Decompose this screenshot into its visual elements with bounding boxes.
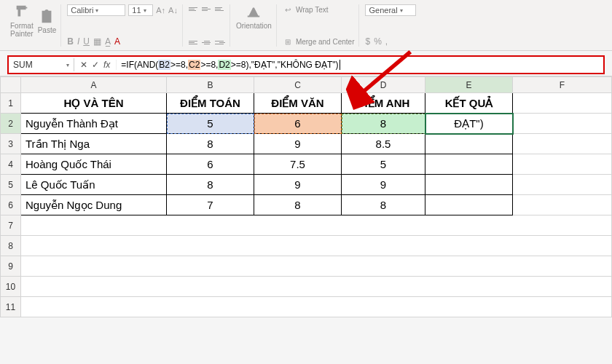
col-header[interactable]: B bbox=[167, 77, 254, 93]
row-header[interactable]: 1 bbox=[1, 93, 21, 114]
currency-icon[interactable]: $ bbox=[365, 36, 370, 47]
cell-d2[interactable]: 8 bbox=[342, 114, 425, 134]
cell[interactable]: Hoàng Quốc Thái bbox=[21, 154, 167, 175]
border-button[interactable]: ▦ bbox=[93, 36, 101, 47]
align-center-icon[interactable] bbox=[202, 38, 212, 47]
name-box[interactable]: SUM ▾ bbox=[9, 58, 74, 71]
format-painter-button[interactable]: Format Painter bbox=[10, 4, 34, 38]
cell[interactable]: 5 bbox=[342, 154, 425, 175]
row-header[interactable]: 3 bbox=[1, 134, 21, 154]
chevron-down-icon: ▾ bbox=[144, 7, 146, 14]
number-format-select[interactable]: General▾ bbox=[365, 4, 416, 16]
formula-text: >=8, bbox=[170, 60, 188, 70]
spreadsheet-grid[interactable]: A B C D E F 1 HỌ VÀ TÊN ĐIỂM TOÁN ĐIỂM V… bbox=[0, 76, 612, 317]
accept-formula-button[interactable]: ✓ bbox=[92, 60, 99, 70]
row-header[interactable]: 9 bbox=[1, 256, 21, 277]
cell[interactable] bbox=[21, 277, 612, 297]
cancel-formula-button[interactable]: ✕ bbox=[80, 60, 87, 70]
increase-font-icon[interactable]: A↑ bbox=[156, 6, 165, 15]
format-painter-icon bbox=[14, 4, 30, 20]
formula-text: =IF(AND( bbox=[121, 60, 158, 70]
underline-button[interactable]: U bbox=[83, 36, 90, 47]
row-header[interactable]: 7 bbox=[1, 215, 21, 236]
row-header[interactable]: 6 bbox=[1, 195, 21, 215]
align-middle-icon[interactable] bbox=[202, 4, 212, 13]
cell[interactable] bbox=[513, 195, 612, 215]
merge-icon: ⊞ bbox=[283, 36, 293, 47]
cell[interactable]: Nguyễn Ngọc Dung bbox=[21, 195, 167, 215]
align-top-icon[interactable] bbox=[189, 4, 199, 13]
cell[interactable]: 7 bbox=[167, 195, 254, 215]
cell[interactable] bbox=[513, 114, 612, 134]
select-all-corner[interactable] bbox=[1, 77, 21, 93]
italic-button[interactable]: I bbox=[77, 36, 79, 47]
percent-icon[interactable]: % bbox=[374, 36, 382, 47]
format-painter-label: Format Painter bbox=[10, 22, 34, 38]
align-bottom-icon[interactable] bbox=[215, 4, 225, 13]
wrap-text-button[interactable]: ↩ Wrap Text bbox=[283, 4, 329, 15]
row-header[interactable]: 4 bbox=[1, 154, 21, 175]
cell[interactable] bbox=[425, 195, 513, 215]
bold-button[interactable]: B bbox=[67, 36, 74, 47]
row-header[interactable]: 8 bbox=[1, 236, 21, 256]
cell[interactable]: 9 bbox=[342, 175, 425, 195]
cell[interactable]: ĐIỂM TOÁN bbox=[167, 93, 254, 114]
decrease-font-icon[interactable]: A↓ bbox=[168, 6, 178, 15]
row-header[interactable]: 10 bbox=[1, 277, 21, 297]
chevron-down-icon: ▾ bbox=[400, 7, 403, 14]
cell[interactable]: Trần Thị Nga bbox=[21, 134, 167, 154]
row-header[interactable]: 11 bbox=[1, 297, 21, 317]
cell[interactable]: 8 bbox=[254, 195, 342, 215]
cell[interactable]: ĐIỂM VĂN bbox=[254, 93, 342, 114]
formula-text: >=8, bbox=[200, 60, 218, 70]
cell[interactable]: Nguyễn Thành Đạt bbox=[21, 114, 167, 134]
cell[interactable]: 7.5 bbox=[254, 154, 342, 175]
cell[interactable]: 9 bbox=[254, 175, 342, 195]
fx-icon[interactable]: fx bbox=[103, 60, 110, 70]
cell[interactable]: KẾT QUẢ bbox=[425, 93, 513, 114]
cell[interactable]: 6 bbox=[167, 154, 254, 175]
font-size-value: 11 bbox=[132, 6, 141, 15]
row-header[interactable]: 2 bbox=[1, 114, 21, 134]
cell-c2[interactable]: 6 bbox=[254, 114, 342, 134]
cell[interactable] bbox=[21, 236, 612, 256]
cell-b2[interactable]: 5 bbox=[167, 114, 254, 134]
col-header[interactable]: D bbox=[342, 77, 425, 93]
cell[interactable] bbox=[513, 93, 612, 114]
cell[interactable]: 9 bbox=[254, 134, 342, 154]
cell[interactable]: HỌ VÀ TÊN bbox=[21, 93, 167, 114]
align-left-icon[interactable] bbox=[189, 38, 199, 47]
font-group: Calibri▾ 11▾ A↑ A↓ B I U ▦ A̲ A bbox=[63, 4, 183, 47]
cell-e2-active[interactable]: ĐẠT") bbox=[425, 114, 513, 134]
cell[interactable]: ĐIỂM ANH bbox=[342, 93, 425, 114]
cell[interactable] bbox=[21, 215, 612, 236]
align-right-icon[interactable] bbox=[215, 38, 225, 47]
merge-center-button[interactable]: ⊞ Merge and Center bbox=[283, 36, 355, 47]
cell[interactable]: 8.5 bbox=[342, 134, 425, 154]
cell[interactable]: 8 bbox=[342, 195, 425, 215]
cell[interactable] bbox=[21, 297, 612, 317]
cell[interactable]: 8 bbox=[167, 134, 254, 154]
orientation-button[interactable]: Orientation bbox=[236, 4, 272, 30]
row-header[interactable]: 5 bbox=[1, 175, 21, 195]
cell[interactable] bbox=[513, 175, 612, 195]
comma-icon[interactable]: , bbox=[385, 36, 388, 47]
cell[interactable]: Lê Quốc Tuấn bbox=[21, 175, 167, 195]
paste-button[interactable]: Paste bbox=[38, 9, 57, 34]
font-color-button[interactable]: A bbox=[114, 36, 120, 47]
cell[interactable] bbox=[513, 154, 612, 175]
cell[interactable] bbox=[425, 154, 513, 175]
font-size-select[interactable]: 11▾ bbox=[128, 4, 153, 16]
cell[interactable] bbox=[21, 256, 612, 277]
cell[interactable] bbox=[425, 134, 513, 154]
col-header[interactable]: E bbox=[425, 77, 513, 93]
col-header[interactable]: F bbox=[513, 77, 612, 93]
cell[interactable] bbox=[425, 175, 513, 195]
cell[interactable]: 8 bbox=[167, 175, 254, 195]
fill-color-button[interactable]: A̲ bbox=[105, 36, 111, 47]
col-header[interactable]: A bbox=[21, 77, 167, 93]
cell[interactable] bbox=[513, 134, 612, 154]
formula-input[interactable]: =IF(AND(B2>=8,C2>=8,D2>=8),"ĐẠT","KHÔNG … bbox=[117, 58, 603, 71]
col-header[interactable]: C bbox=[254, 77, 342, 93]
font-name-select[interactable]: Calibri▾ bbox=[67, 4, 125, 16]
